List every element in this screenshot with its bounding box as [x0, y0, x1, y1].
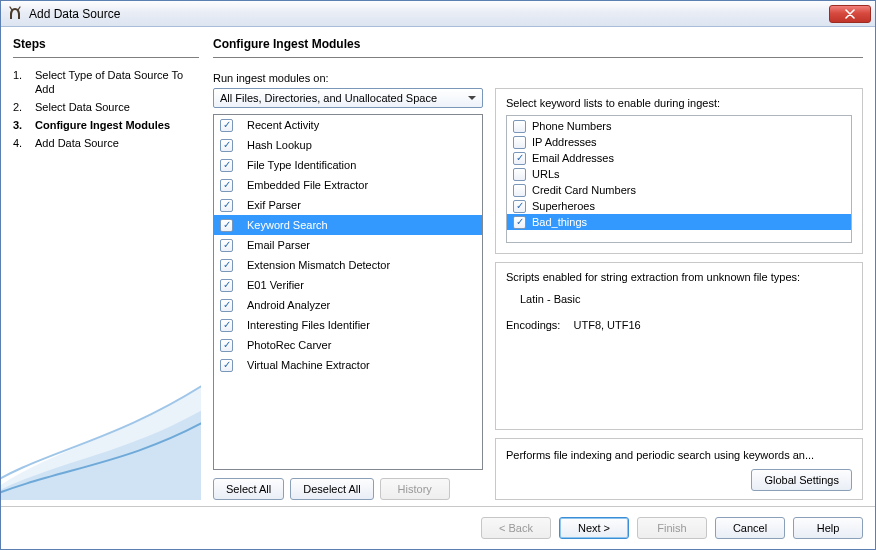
keyword-lists-label: Select keyword lists to enable during in…	[506, 97, 852, 109]
keyword-list-checkbox[interactable]	[513, 152, 526, 165]
modules-column: All Files, Directories, and Unallocated …	[213, 88, 483, 500]
ingest-module-row[interactable]: Interesting Files Identifier	[214, 315, 482, 335]
step-number: 3.	[13, 118, 27, 132]
module-checkbox[interactable]	[220, 139, 233, 152]
step-label: Select Type of Data Source To Add	[35, 68, 199, 96]
deselect-all-button[interactable]: Deselect All	[290, 478, 373, 500]
history-button[interactable]: History	[380, 478, 450, 500]
steps-header: Steps	[13, 37, 199, 58]
decorative-swoosh	[1, 350, 201, 500]
keyword-list-row[interactable]: Credit Card Numbers	[507, 182, 851, 198]
wizard-footer: < Back Next > Finish Cancel Help	[1, 506, 875, 549]
ingest-module-row[interactable]: Hash Lookup	[214, 135, 482, 155]
ingest-module-row[interactable]: Exif Parser	[214, 195, 482, 215]
ingest-module-list[interactable]: Recent ActivityHash LookupFile Type Iden…	[213, 114, 483, 470]
keyword-list-label: Bad_things	[532, 216, 587, 228]
back-button[interactable]: < Back	[481, 517, 551, 539]
ingest-module-row[interactable]: Keyword Search	[214, 215, 482, 235]
ingest-module-row[interactable]: Email Parser	[214, 235, 482, 255]
module-checkbox[interactable]	[220, 359, 233, 372]
cancel-button[interactable]: Cancel	[715, 517, 785, 539]
module-checkbox[interactable]	[220, 319, 233, 332]
module-label: Recent Activity	[247, 119, 319, 131]
keyword-list-label: URLs	[532, 168, 560, 180]
module-checkbox[interactable]	[220, 219, 233, 232]
keyword-list-row[interactable]: URLs	[507, 166, 851, 182]
module-checkbox[interactable]	[220, 299, 233, 312]
keyword-list-label: Superheroes	[532, 200, 595, 212]
step-item: 3.Configure Ingest Modules	[13, 116, 199, 134]
ingest-module-row[interactable]: PhotoRec Carver	[214, 335, 482, 355]
run-on-label: Run ingest modules on:	[213, 72, 863, 84]
step-number: 4.	[13, 136, 27, 150]
encodings-row: Encodings: UTF8, UTF16	[506, 319, 852, 331]
scripts-label: Scripts enabled for string extraction fr…	[506, 271, 852, 283]
module-label: Extension Mismatch Detector	[247, 259, 390, 271]
step-label: Configure Ingest Modules	[35, 118, 199, 132]
help-button[interactable]: Help	[793, 517, 863, 539]
module-checkbox[interactable]	[220, 179, 233, 192]
scripts-group: Scripts enabled for string extraction fr…	[495, 262, 863, 430]
ingest-module-row[interactable]: E01 Verifier	[214, 275, 482, 295]
keyword-list-label: Email Addresses	[532, 152, 614, 164]
titlebar: Add Data Source	[1, 1, 875, 27]
configure-panel: Configure Ingest Modules Run ingest modu…	[213, 37, 863, 500]
keyword-list-row[interactable]: Bad_things	[507, 214, 851, 230]
configure-header: Configure Ingest Modules	[213, 37, 863, 58]
run-on-combo[interactable]: All Files, Directories, and Unallocated …	[213, 88, 483, 108]
module-checkbox[interactable]	[220, 259, 233, 272]
ingest-module-row[interactable]: Virtual Machine Extractor	[214, 355, 482, 375]
module-checkbox[interactable]	[220, 239, 233, 252]
ingest-module-row[interactable]: Extension Mismatch Detector	[214, 255, 482, 275]
ingest-module-row[interactable]: Android Analyzer	[214, 295, 482, 315]
module-label: File Type Identification	[247, 159, 356, 171]
keyword-list-checkbox[interactable]	[513, 200, 526, 213]
keyword-lists-group: Select keyword lists to enable during in…	[495, 88, 863, 254]
encodings-label: Encodings:	[506, 319, 560, 331]
keyword-list-checkbox[interactable]	[513, 168, 526, 181]
step-label: Select Data Source	[35, 100, 199, 114]
ingest-module-row[interactable]: Recent Activity	[214, 115, 482, 135]
keyword-list-label: Phone Numbers	[532, 120, 612, 132]
module-checkbox[interactable]	[220, 339, 233, 352]
app-icon	[7, 6, 23, 22]
module-label: Embedded File Extractor	[247, 179, 368, 191]
keyword-list-checkbox[interactable]	[513, 184, 526, 197]
module-checkbox[interactable]	[220, 119, 233, 132]
module-description: Performs file indexing and periodic sear…	[506, 449, 852, 461]
step-number: 2.	[13, 100, 27, 114]
module-checkbox[interactable]	[220, 279, 233, 292]
module-label: Email Parser	[247, 239, 310, 251]
keyword-list-row[interactable]: Email Addresses	[507, 150, 851, 166]
close-button[interactable]	[829, 5, 871, 23]
keyword-list-row[interactable]: Superheroes	[507, 198, 851, 214]
description-group: Performs file indexing and periodic sear…	[495, 438, 863, 500]
keyword-list-label: Credit Card Numbers	[532, 184, 636, 196]
steps-list: 1.Select Type of Data Source To Add2.Sel…	[13, 66, 199, 152]
keyword-list-row[interactable]: IP Addresses	[507, 134, 851, 150]
steps-panel: Steps 1.Select Type of Data Source To Ad…	[13, 37, 199, 500]
module-label: Keyword Search	[247, 219, 328, 231]
module-checkbox[interactable]	[220, 159, 233, 172]
window-title: Add Data Source	[29, 7, 829, 21]
ingest-module-row[interactable]: File Type Identification	[214, 155, 482, 175]
run-on-value: All Files, Directories, and Unallocated …	[220, 92, 437, 104]
script-name: Latin - Basic	[520, 293, 852, 305]
module-checkbox[interactable]	[220, 199, 233, 212]
keyword-list-label: IP Addresses	[532, 136, 597, 148]
module-label: Virtual Machine Extractor	[247, 359, 370, 371]
keyword-list-checkbox[interactable]	[513, 136, 526, 149]
keyword-list-row[interactable]: Phone Numbers	[507, 118, 851, 134]
keyword-lists[interactable]: Phone NumbersIP AddressesEmail Addresses…	[506, 115, 852, 243]
finish-button[interactable]: Finish	[637, 517, 707, 539]
step-item: 2.Select Data Source	[13, 98, 199, 116]
encodings-value: UTF8, UTF16	[574, 319, 641, 331]
global-settings-button[interactable]: Global Settings	[751, 469, 852, 491]
keyword-list-checkbox[interactable]	[513, 120, 526, 133]
next-button[interactable]: Next >	[559, 517, 629, 539]
ingest-module-row[interactable]: Embedded File Extractor	[214, 175, 482, 195]
keyword-list-checkbox[interactable]	[513, 216, 526, 229]
module-label: Hash Lookup	[247, 139, 312, 151]
module-label: E01 Verifier	[247, 279, 304, 291]
select-all-button[interactable]: Select All	[213, 478, 284, 500]
